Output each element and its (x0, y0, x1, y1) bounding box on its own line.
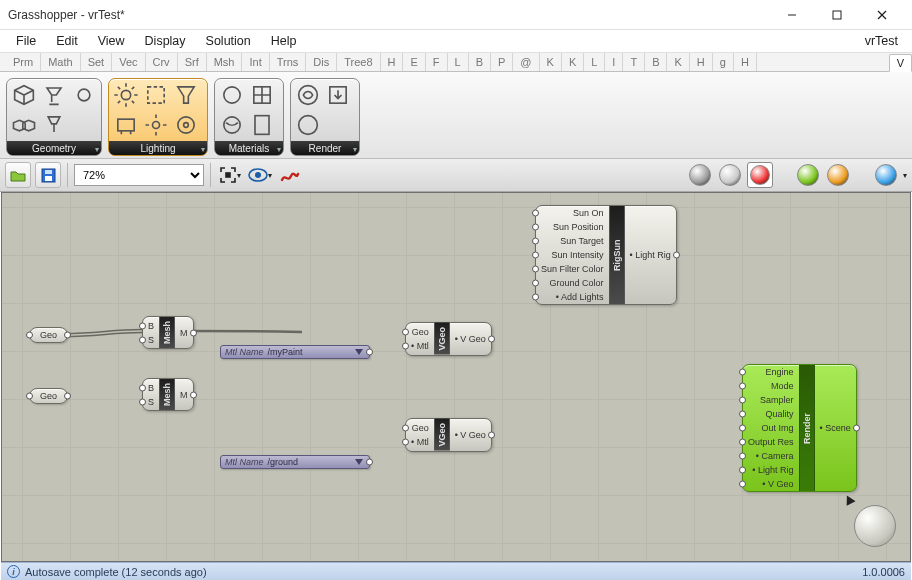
port-light-rig-in[interactable]: • Light Rig (743, 463, 799, 477)
tab-k1[interactable]: K (540, 53, 562, 71)
tab-prm[interactable]: Prm (6, 53, 41, 71)
tab-crv[interactable]: Crv (146, 53, 178, 71)
tab-v-active[interactable]: V (889, 54, 912, 72)
funnel-icon[interactable] (172, 81, 200, 109)
save-button[interactable] (35, 162, 61, 188)
port-light-rig[interactable]: • Light Rig (625, 248, 676, 262)
port-mtl[interactable]: • Mtl (406, 339, 434, 353)
node-rigsun[interactable]: Sun On Sun Position Sun Target Sun Inten… (535, 205, 677, 305)
tab-h2[interactable]: H (690, 53, 713, 71)
menu-file[interactable]: File (6, 32, 46, 50)
tab-msh[interactable]: Msh (207, 53, 243, 71)
port-mtl[interactable]: • Mtl (406, 435, 434, 449)
port-b[interactable]: B (143, 381, 159, 395)
port-s[interactable]: S (143, 395, 159, 409)
checker-icon[interactable] (248, 81, 276, 109)
port-sampler[interactable]: Sampler (743, 393, 799, 407)
menu-display[interactable]: Display (135, 32, 196, 50)
node-mesh-2[interactable]: B S Mesh M (142, 378, 194, 411)
node-mesh-1[interactable]: B S Mesh M (142, 316, 194, 349)
lamp2-icon[interactable] (40, 111, 68, 139)
tab-vec[interactable]: Vec (112, 53, 145, 71)
shade-sphere-red[interactable] (747, 162, 773, 188)
node-render[interactable]: Engine Mode Sampler Quality Out Img Outp… (742, 364, 857, 492)
port-geo[interactable]: Geo (406, 421, 434, 435)
tab-h1[interactable]: H (381, 53, 404, 71)
panel-mtl-name-1[interactable]: Mtl Name /myPaint (220, 345, 370, 359)
lamp-icon[interactable] (40, 81, 68, 109)
port-geo[interactable]: Geo (406, 325, 434, 339)
tab-dis[interactable]: Dis (306, 53, 337, 71)
mat-ball2-icon[interactable] (218, 111, 246, 139)
frame-icon[interactable] (142, 81, 170, 109)
tab-tree8[interactable]: Tree8 (337, 53, 380, 71)
maximize-button[interactable] (814, 0, 859, 29)
sketch-button[interactable] (277, 162, 303, 188)
close-button[interactable] (859, 0, 904, 29)
mat-ball-icon[interactable] (218, 81, 246, 109)
tab-at[interactable]: @ (513, 53, 539, 71)
param-geo-2[interactable]: Geo (29, 388, 68, 404)
zoom-fit-button[interactable]: ▾ (217, 162, 243, 188)
tab-t[interactable]: T (623, 53, 645, 71)
render-logo2-icon[interactable] (294, 111, 322, 139)
port-camera[interactable]: • Camera (743, 449, 799, 463)
shade-sphere-1[interactable] (687, 162, 713, 188)
port-b[interactable]: B (143, 319, 159, 333)
node-vgeo-1[interactable]: Geo • Mtl VGeo • V Geo (405, 322, 492, 356)
visibility-button[interactable]: ▾ (247, 162, 273, 188)
tab-int[interactable]: Int (242, 53, 269, 71)
port-sun-position[interactable]: Sun Position (536, 220, 609, 234)
light-rect-icon[interactable] (112, 111, 140, 139)
open-button[interactable] (5, 162, 31, 188)
tab-glower[interactable]: g (713, 53, 734, 71)
port-output-res[interactable]: Output Res (743, 435, 799, 449)
tab-srf[interactable]: Srf (178, 53, 207, 71)
port-mode[interactable]: Mode (743, 379, 799, 393)
tab-f[interactable]: F (426, 53, 448, 71)
expand-icon[interactable]: ▾ (95, 145, 99, 154)
port-ground-color[interactable]: Ground Color (536, 276, 609, 290)
port-out-img[interactable]: Out Img (743, 421, 799, 435)
shade-sphere-green[interactable] (795, 162, 821, 188)
tab-h3[interactable]: H (734, 53, 757, 71)
expand-icon[interactable]: ▾ (277, 145, 281, 154)
port-scene[interactable]: • Scene (815, 421, 856, 435)
sun-icon[interactable] (112, 81, 140, 109)
node-vgeo-2[interactable]: Geo • Mtl VGeo • V Geo (405, 418, 492, 452)
tab-math[interactable]: Math (41, 53, 80, 71)
disc-icon[interactable] (172, 111, 200, 139)
zoom-select[interactable]: 72% (74, 164, 204, 186)
panel-mtl-name-2[interactable]: Mtl Name /ground (220, 455, 370, 469)
menu-solution[interactable]: Solution (196, 32, 261, 50)
render-logo-icon[interactable] (294, 81, 322, 109)
tab-p[interactable]: P (491, 53, 513, 71)
canvas-compass[interactable] (848, 499, 896, 547)
canvas[interactable]: Sun On Sun Position Sun Target Sun Inten… (1, 192, 911, 562)
port-vgeo-out[interactable]: • V Geo (450, 332, 491, 346)
tab-k3[interactable]: K (667, 53, 689, 71)
shade-sphere-blue[interactable] (873, 162, 899, 188)
tab-l1[interactable]: L (448, 53, 469, 71)
menu-view[interactable]: View (88, 32, 135, 50)
sphere-small-icon[interactable] (70, 81, 98, 109)
port-add-lights[interactable]: • Add Lights (536, 290, 609, 304)
tab-b2[interactable]: B (645, 53, 667, 71)
port-s[interactable]: S (143, 333, 159, 347)
tab-e[interactable]: E (403, 53, 425, 71)
minimize-button[interactable] (769, 0, 814, 29)
port-vgeo-in[interactable]: • V Geo (743, 477, 799, 491)
tab-l2[interactable]: L (584, 53, 605, 71)
rays-icon[interactable] (142, 111, 170, 139)
shade-sphere-2[interactable] (717, 162, 743, 188)
port-quality[interactable]: Quality (743, 407, 799, 421)
menu-edit[interactable]: Edit (46, 32, 88, 50)
port-sun-filter-color[interactable]: Sun Filter Color (536, 262, 609, 276)
page-icon[interactable] (248, 111, 276, 139)
tab-k2[interactable]: K (562, 53, 584, 71)
menu-help[interactable]: Help (261, 32, 307, 50)
cubes-icon[interactable] (10, 111, 38, 139)
tab-b1[interactable]: B (469, 53, 491, 71)
tab-trns[interactable]: Trns (270, 53, 307, 71)
port-m[interactable]: M (175, 388, 193, 402)
